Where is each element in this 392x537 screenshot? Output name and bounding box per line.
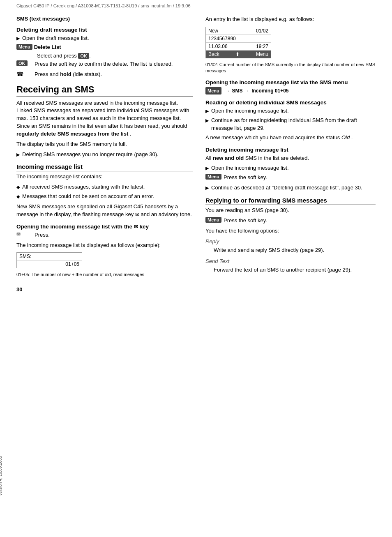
deleting-incoming-heading: Deleting incoming message list bbox=[205, 147, 376, 153]
deleting-incoming-section: Deleting incoming message list All new a… bbox=[205, 147, 376, 192]
deleting-draft-heading: Deleting draft message list bbox=[16, 27, 193, 33]
replying-body1: You are reading an SMS (page 30). bbox=[205, 207, 376, 214]
receiving-body1: All received SMS messages are saved in t… bbox=[16, 99, 193, 138]
receiving-bullet: ▶ Deleting SMS messages you no longer re… bbox=[16, 151, 193, 159]
sms-small-display: SMS: 01+05 bbox=[16, 252, 82, 268]
ok-description: Press the soft key to confirm the delete… bbox=[35, 60, 193, 68]
diamond-icon1: ◆ bbox=[16, 184, 20, 191]
sms-small-caption: 01+05: The number of new + the number of… bbox=[16, 272, 193, 278]
deleting-draft-section: Deleting draft message list ▶ Open the d… bbox=[16, 27, 193, 78]
menu-badge3: Menu bbox=[205, 174, 221, 180]
receiving-section: Receiving an SMS All received SMS messag… bbox=[16, 84, 193, 159]
arrow-icon2: ▶ bbox=[16, 152, 20, 158]
incoming-body2: New SMS messages are signalled on all Gi… bbox=[16, 203, 193, 219]
msg-key-icon: ✉ bbox=[16, 231, 21, 237]
msg-icon2: ✉ bbox=[134, 224, 138, 230]
entry-caption: 01/02: Current number of the SMS current… bbox=[205, 62, 376, 74]
page-number: 30 bbox=[16, 286, 193, 293]
press-desc: Press. bbox=[35, 231, 193, 239]
menu-press-desc: Press the soft key. bbox=[224, 174, 376, 182]
sms-small-row2: 01+05 bbox=[17, 260, 82, 268]
left-column: SMS (text messages) Deleting draft messa… bbox=[16, 16, 193, 293]
phone-description: Press and hold (idle status). bbox=[35, 71, 193, 78]
header-text: Gigaset C450 IP / Greek eng / A31008-M17… bbox=[16, 3, 191, 8]
vertical-label: Version 4, 16.09.2005 bbox=[0, 456, 2, 496]
menu-delete-row: Menu Delete List bbox=[16, 44, 193, 50]
menu-badge2: Menu bbox=[205, 87, 221, 95]
reading-deleting-section: Reading or deleting individual SMS messa… bbox=[205, 99, 376, 141]
incoming-body1: The incoming message list contains: bbox=[16, 173, 193, 181]
old-status: Old bbox=[341, 134, 350, 141]
entry-row2: 1234567890 bbox=[206, 35, 271, 43]
replying-heading: Replying to or forwarding SMS messages bbox=[205, 197, 376, 205]
entry-row1: New 01/02 bbox=[206, 27, 271, 35]
deleting-incoming-body: All new and old SMS in the list are dele… bbox=[205, 154, 376, 162]
incoming-display-intro: The incoming message list is displayed a… bbox=[16, 242, 193, 249]
entry-display-intro: An entry in the list is displayed e.g. a… bbox=[205, 16, 376, 23]
sms-menu-path: Menu → SMS → Incoming 01+05 bbox=[205, 87, 376, 95]
send-text-desc: Forward the text of an SMS to another re… bbox=[205, 266, 376, 274]
reply-option: Reply bbox=[205, 238, 376, 246]
options-label: You have the following options: bbox=[205, 227, 376, 235]
ok-key: OK bbox=[16, 60, 28, 66]
sms-small-row1: SMS: bbox=[17, 253, 82, 260]
menu-press-row: Menu Press the soft key. bbox=[205, 174, 376, 182]
receiving-heading: Receiving an SMS bbox=[16, 84, 193, 97]
reply-desc: Write and send a reply SMS directly (pag… bbox=[205, 247, 376, 254]
reading-step2: ▶ Continue as for reading/deleting indiv… bbox=[205, 117, 376, 132]
ok-key-row: OK Press the soft key to confirm the del… bbox=[16, 60, 193, 68]
select-press-row: Select and press OK. bbox=[16, 53, 193, 59]
page-header: Gigaset C450 IP / Greek eng / A31008-M17… bbox=[0, 0, 392, 12]
reading-note: A new message which you have read acquir… bbox=[205, 134, 376, 142]
menu-soft-key-row: Menu Press the soft key. bbox=[205, 217, 376, 225]
phone-icon: ☎ bbox=[16, 71, 23, 77]
replying-section: Replying to or forwarding SMS messages Y… bbox=[205, 197, 376, 274]
receiving-body2: The display tells you if the SMS memory … bbox=[16, 141, 193, 148]
msg-icon1: ✉ bbox=[135, 212, 139, 217]
arrow-icon3: ▶ bbox=[205, 108, 209, 115]
opening-msg-key-heading: Opening the incoming message list with t… bbox=[16, 224, 193, 230]
deleting-incoming-step2: ▶ Continue as described at "Deleting dra… bbox=[205, 184, 376, 192]
deleting-incoming-step1: ▶ Open the incoming message list. bbox=[205, 164, 376, 172]
menu-press2: Press the soft key. bbox=[224, 217, 376, 225]
right-column: An entry in the list is displayed e.g. a… bbox=[205, 16, 376, 293]
opening-sms-menu-section: Opening the incoming message list via th… bbox=[205, 79, 376, 95]
incoming-bullet2: ◆ Messages that could not be sent on acc… bbox=[16, 193, 193, 201]
diamond-icon2: ◆ bbox=[16, 194, 20, 200]
entry-row4: Back ⬆ Menu bbox=[206, 51, 271, 58]
incoming-section: Incoming message list The incoming messa… bbox=[16, 163, 193, 218]
top-section-label: SMS (text messages) bbox=[16, 16, 193, 22]
sms-label: SMS bbox=[232, 88, 242, 94]
menu-badge4: Menu bbox=[205, 217, 221, 223]
incoming-bullet1: ◆ All received SMS messages, starting wi… bbox=[16, 183, 193, 191]
reading-step1: ▶ Open the incoming message list. bbox=[205, 107, 376, 115]
menu-delete-label: Delete List bbox=[34, 44, 61, 50]
arrow-icon6: ▶ bbox=[205, 185, 209, 191]
msg-key-row: ✉ Press. bbox=[16, 231, 193, 239]
opening-sms-menu-heading: Opening the incoming message list via th… bbox=[205, 79, 376, 85]
reading-deleting-heading: Reading or deleting individual SMS messa… bbox=[205, 99, 376, 106]
incoming-heading: Incoming message list bbox=[16, 163, 193, 171]
arrow-icon5: ▶ bbox=[205, 165, 209, 172]
entry-row3: 11.03.06 19:27 bbox=[206, 43, 271, 51]
incoming-label: Incoming 01+05 bbox=[251, 88, 288, 94]
sms-entry-display: New 01/02 1234567890 11.03.06 19:27 Back… bbox=[205, 27, 271, 58]
arrow-icon: ▶ bbox=[16, 35, 20, 42]
opening-msg-key-section: Opening the incoming message list with t… bbox=[16, 224, 193, 278]
menu-badge: Menu bbox=[16, 44, 32, 50]
deleting-step1: ▶ Open the draft message list. bbox=[16, 35, 193, 42]
ok-badge: OK bbox=[78, 53, 89, 59]
arrow-icon4: ▶ bbox=[205, 118, 209, 124]
phone-key-row: ☎ Press and hold (idle status). bbox=[16, 71, 193, 78]
send-text-option: Send Text bbox=[205, 258, 376, 265]
